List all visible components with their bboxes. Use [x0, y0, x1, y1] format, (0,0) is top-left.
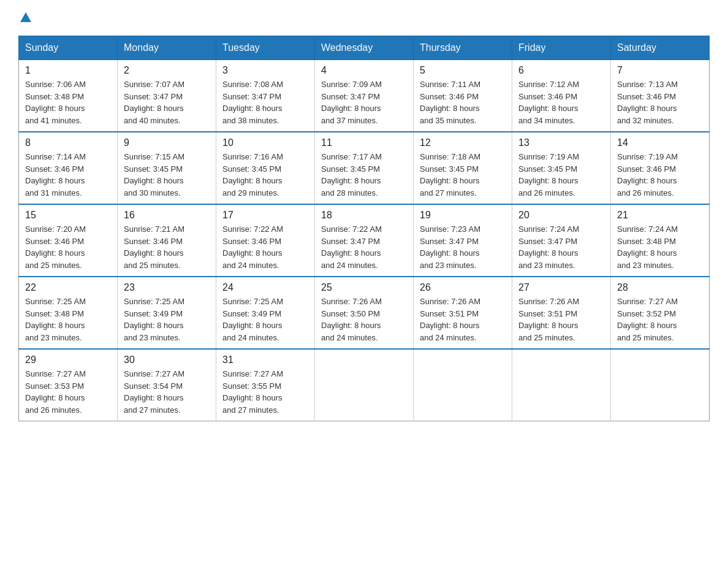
calendar-week-5: 29 Sunrise: 7:27 AMSunset: 3:53 PMDaylig… [19, 349, 710, 421]
column-header-friday: Friday [512, 36, 611, 60]
calendar-day-11: 11 Sunrise: 7:17 AMSunset: 3:45 PMDaylig… [315, 132, 414, 204]
calendar-day-26: 26 Sunrise: 7:26 AMSunset: 3:51 PMDaylig… [414, 277, 512, 349]
column-header-wednesday: Wednesday [315, 36, 414, 60]
day-info: Sunrise: 7:07 AMSunset: 3:47 PMDaylight:… [124, 79, 210, 126]
calendar-day-6: 6 Sunrise: 7:12 AMSunset: 3:46 PMDayligh… [512, 60, 611, 132]
column-header-saturday: Saturday [611, 36, 710, 60]
calendar-table: SundayMondayTuesdayWednesdayThursdayFrid… [18, 36, 710, 421]
calendar-day-17: 17 Sunrise: 7:22 AMSunset: 3:46 PMDaylig… [216, 204, 315, 277]
calendar-day-3: 3 Sunrise: 7:08 AMSunset: 3:47 PMDayligh… [216, 60, 315, 132]
calendar-day-27: 27 Sunrise: 7:26 AMSunset: 3:51 PMDaylig… [512, 277, 611, 349]
day-info: Sunrise: 7:21 AMSunset: 3:46 PMDaylight:… [124, 223, 210, 271]
calendar-week-1: 1 Sunrise: 7:06 AMSunset: 3:48 PMDayligh… [19, 60, 710, 132]
calendar-empty-cell [414, 349, 512, 421]
calendar-day-13: 13 Sunrise: 7:19 AMSunset: 3:45 PMDaylig… [512, 132, 611, 204]
day-number: 22 [25, 282, 111, 293]
column-header-thursday: Thursday [414, 36, 512, 60]
day-number: 6 [518, 65, 604, 76]
calendar-day-19: 19 Sunrise: 7:23 AMSunset: 3:47 PMDaylig… [414, 204, 512, 277]
calendar-day-18: 18 Sunrise: 7:22 AMSunset: 3:47 PMDaylig… [315, 204, 414, 277]
day-number: 10 [222, 137, 308, 148]
day-number: 29 [25, 354, 111, 366]
day-number: 11 [321, 137, 407, 148]
day-info: Sunrise: 7:25 AMSunset: 3:49 PMDaylight:… [124, 296, 210, 343]
day-number: 23 [124, 282, 210, 293]
calendar-week-2: 8 Sunrise: 7:14 AMSunset: 3:46 PMDayligh… [19, 132, 710, 204]
column-header-sunday: Sunday [19, 36, 118, 60]
day-info: Sunrise: 7:18 AMSunset: 3:45 PMDaylight:… [420, 151, 506, 199]
calendar-day-7: 7 Sunrise: 7:13 AMSunset: 3:46 PMDayligh… [611, 60, 710, 132]
calendar-week-3: 15 Sunrise: 7:20 AMSunset: 3:46 PMDaylig… [19, 204, 710, 277]
day-info: Sunrise: 7:11 AMSunset: 3:46 PMDaylight:… [420, 79, 506, 126]
calendar-day-28: 28 Sunrise: 7:27 AMSunset: 3:52 PMDaylig… [611, 277, 710, 349]
day-info: Sunrise: 7:26 AMSunset: 3:51 PMDaylight:… [518, 296, 604, 343]
day-number: 30 [124, 354, 210, 366]
calendar-day-9: 9 Sunrise: 7:15 AMSunset: 3:45 PMDayligh… [118, 132, 216, 204]
column-header-monday: Monday [118, 36, 216, 60]
day-info: Sunrise: 7:13 AMSunset: 3:46 PMDaylight:… [617, 79, 703, 126]
day-info: Sunrise: 7:24 AMSunset: 3:48 PMDaylight:… [617, 223, 703, 271]
day-number: 18 [321, 210, 407, 221]
page-header [18, 12, 710, 23]
day-number: 12 [420, 137, 506, 148]
day-info: Sunrise: 7:12 AMSunset: 3:46 PMDaylight:… [518, 79, 604, 126]
logo-triangle-icon [20, 12, 31, 22]
day-info: Sunrise: 7:25 AMSunset: 3:49 PMDaylight:… [222, 296, 308, 343]
day-info: Sunrise: 7:25 AMSunset: 3:48 PMDaylight:… [25, 296, 111, 343]
day-info: Sunrise: 7:20 AMSunset: 3:46 PMDaylight:… [25, 223, 111, 271]
day-number: 1 [25, 65, 111, 76]
day-info: Sunrise: 7:16 AMSunset: 3:45 PMDaylight:… [222, 151, 308, 199]
calendar-header-row: SundayMondayTuesdayWednesdayThursdayFrid… [19, 36, 710, 60]
day-number: 27 [518, 282, 604, 293]
day-info: Sunrise: 7:22 AMSunset: 3:47 PMDaylight:… [321, 223, 407, 271]
day-info: Sunrise: 7:08 AMSunset: 3:47 PMDaylight:… [222, 79, 308, 126]
day-info: Sunrise: 7:19 AMSunset: 3:45 PMDaylight:… [518, 151, 604, 199]
day-info: Sunrise: 7:09 AMSunset: 3:47 PMDaylight:… [321, 79, 407, 126]
calendar-week-4: 22 Sunrise: 7:25 AMSunset: 3:48 PMDaylig… [19, 277, 710, 349]
calendar-day-25: 25 Sunrise: 7:26 AMSunset: 3:50 PMDaylig… [315, 277, 414, 349]
calendar-day-1: 1 Sunrise: 7:06 AMSunset: 3:48 PMDayligh… [19, 60, 118, 132]
column-header-tuesday: Tuesday [216, 36, 315, 60]
day-info: Sunrise: 7:26 AMSunset: 3:50 PMDaylight:… [321, 296, 407, 343]
calendar-day-16: 16 Sunrise: 7:21 AMSunset: 3:46 PMDaylig… [118, 204, 216, 277]
day-number: 25 [321, 282, 407, 293]
day-number: 20 [518, 210, 604, 221]
calendar-day-5: 5 Sunrise: 7:11 AMSunset: 3:46 PMDayligh… [414, 60, 512, 132]
day-info: Sunrise: 7:06 AMSunset: 3:48 PMDaylight:… [25, 79, 111, 126]
day-info: Sunrise: 7:27 AMSunset: 3:54 PMDaylight:… [124, 368, 210, 416]
day-number: 26 [420, 282, 506, 293]
day-number: 21 [617, 210, 703, 221]
day-number: 3 [222, 65, 308, 76]
calendar-empty-cell [315, 349, 414, 421]
day-number: 13 [518, 137, 604, 148]
day-info: Sunrise: 7:22 AMSunset: 3:46 PMDaylight:… [222, 223, 308, 271]
calendar-day-22: 22 Sunrise: 7:25 AMSunset: 3:48 PMDaylig… [19, 277, 118, 349]
calendar-empty-cell [512, 349, 611, 421]
logo [18, 12, 31, 23]
day-info: Sunrise: 7:24 AMSunset: 3:47 PMDaylight:… [518, 223, 604, 271]
calendar-day-15: 15 Sunrise: 7:20 AMSunset: 3:46 PMDaylig… [19, 204, 118, 277]
day-number: 31 [222, 354, 308, 366]
day-number: 16 [124, 210, 210, 221]
calendar-day-21: 21 Sunrise: 7:24 AMSunset: 3:48 PMDaylig… [611, 204, 710, 277]
calendar-day-10: 10 Sunrise: 7:16 AMSunset: 3:45 PMDaylig… [216, 132, 315, 204]
day-number: 15 [25, 210, 111, 221]
calendar-day-31: 31 Sunrise: 7:27 AMSunset: 3:55 PMDaylig… [216, 349, 315, 421]
day-number: 28 [617, 282, 703, 293]
calendar-day-8: 8 Sunrise: 7:14 AMSunset: 3:46 PMDayligh… [19, 132, 118, 204]
day-number: 5 [420, 65, 506, 76]
day-info: Sunrise: 7:27 AMSunset: 3:55 PMDaylight:… [222, 368, 308, 416]
calendar-day-20: 20 Sunrise: 7:24 AMSunset: 3:47 PMDaylig… [512, 204, 611, 277]
calendar-day-14: 14 Sunrise: 7:19 AMSunset: 3:46 PMDaylig… [611, 132, 710, 204]
day-number: 9 [124, 137, 210, 148]
day-info: Sunrise: 7:19 AMSunset: 3:46 PMDaylight:… [617, 151, 703, 199]
day-info: Sunrise: 7:27 AMSunset: 3:52 PMDaylight:… [617, 296, 703, 343]
day-number: 24 [222, 282, 308, 293]
day-number: 4 [321, 65, 407, 76]
calendar-day-12: 12 Sunrise: 7:18 AMSunset: 3:45 PMDaylig… [414, 132, 512, 204]
day-number: 14 [617, 137, 703, 148]
day-info: Sunrise: 7:15 AMSunset: 3:45 PMDaylight:… [124, 151, 210, 199]
calendar-day-30: 30 Sunrise: 7:27 AMSunset: 3:54 PMDaylig… [118, 349, 216, 421]
day-number: 2 [124, 65, 210, 76]
calendar-day-2: 2 Sunrise: 7:07 AMSunset: 3:47 PMDayligh… [118, 60, 216, 132]
